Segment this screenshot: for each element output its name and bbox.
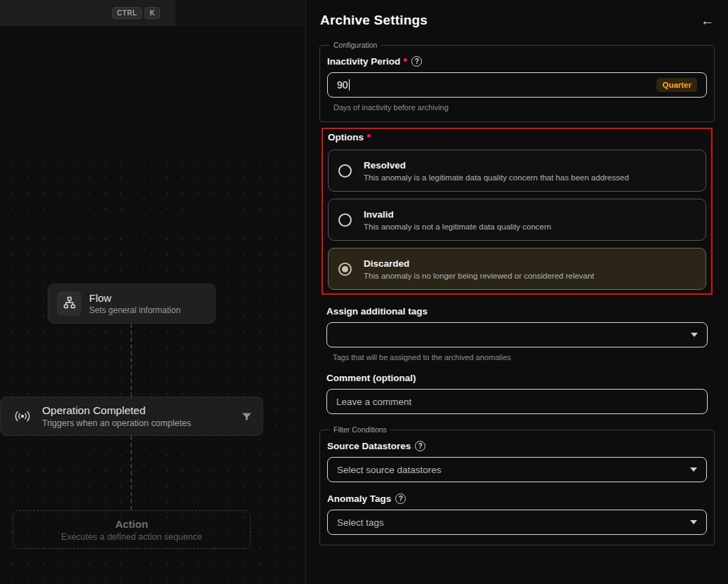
- radio-unselected-icon: [338, 164, 352, 178]
- required-dot: [404, 58, 407, 62]
- help-icon[interactable]: ?: [395, 493, 406, 504]
- action-node-title: Action: [115, 518, 148, 530]
- option-invalid[interactable]: Invalid This anomaly is not a legitimate…: [328, 199, 706, 241]
- flow-node-text: Flow Sets general information: [89, 292, 180, 315]
- inactivity-period-label-row: Inactivity Period ?: [327, 56, 707, 67]
- inactivity-period-label: Inactivity Period: [327, 56, 400, 67]
- help-icon[interactable]: ?: [411, 56, 422, 67]
- options-label-row: Options: [328, 132, 706, 142]
- options-label: Options: [328, 132, 364, 142]
- option-title: Resolved: [364, 160, 629, 171]
- filter-funnel-icon[interactable]: [241, 411, 253, 423]
- flow-node-subtitle: Sets general information: [89, 305, 180, 315]
- operation-completed-node[interactable]: Operation Completed Triggers when an ope…: [0, 397, 263, 436]
- action-node-subtitle: Executes a defined action sequence: [61, 532, 202, 542]
- source-datastores-label: Source Datastores: [327, 441, 411, 451]
- option-discarded[interactable]: Discarded This anomaly is no longer bein…: [328, 248, 706, 290]
- chevron-down-icon: [690, 520, 697, 524]
- option-text: Discarded This anomaly is no longer bein…: [364, 258, 595, 280]
- anomaly-tags-label: Anomaly Tags: [327, 493, 391, 504]
- filter-conditions-section: Filter Conditions Source Datastores ? Se…: [319, 425, 715, 545]
- source-datastores-select[interactable]: Select source datastores: [327, 457, 707, 482]
- assign-tags-label: Assign additional tags: [326, 306, 708, 317]
- page-title: Archive Settings: [320, 13, 428, 28]
- option-description: This anomaly is not a legitimate data qu…: [364, 223, 551, 231]
- configuration-section: Configuration Inactivity Period ? 90 Qua…: [319, 41, 715, 122]
- option-description: This anomaly is no longer being reviewed…: [364, 272, 595, 280]
- canvas-topbar: CTRL K: [0, 0, 305, 26]
- chevron-down-icon: [690, 467, 697, 472]
- broadcast-icon: [13, 409, 33, 424]
- source-datastores-placeholder: Select source datastores: [337, 465, 442, 475]
- search-shortcut-trigger[interactable]: CTRL K: [0, 0, 176, 25]
- operation-node-title: Operation Completed: [42, 404, 191, 417]
- text-cursor: [349, 79, 350, 91]
- flow-node-icon-box: [57, 291, 81, 316]
- comment-placeholder: Leave a comment: [336, 397, 411, 407]
- assign-tags-helper-text: Tags that will be assigned to the archiv…: [333, 353, 708, 361]
- inactivity-helper-text: Days of inactivity before archiving: [333, 103, 707, 112]
- help-icon[interactable]: ?: [415, 441, 425, 451]
- option-text: Invalid This anomaly is not a legitimate…: [364, 209, 551, 231]
- configuration-legend: Configuration: [330, 41, 380, 49]
- flow-node[interactable]: Flow Sets general information: [48, 284, 216, 324]
- red-annotation-box: Options Resolved This anomaly is a legit…: [322, 128, 713, 295]
- period-unit-badge[interactable]: Quarter: [656, 78, 697, 92]
- comment-section: Comment (optional) Leave a comment: [326, 373, 708, 414]
- chevron-down-icon: [691, 333, 698, 337]
- option-title: Invalid: [364, 209, 551, 220]
- ctrl-key-badge: CTRL: [112, 7, 143, 19]
- comment-input[interactable]: Leave a comment: [326, 389, 708, 414]
- connector-line-2: [131, 436, 132, 510]
- sitemap-icon: [62, 296, 77, 312]
- anomaly-tags-placeholder: Select tags: [337, 517, 384, 528]
- archive-settings-panel: Archive Settings ← Configuration Inactiv…: [305, 0, 728, 584]
- action-placeholder-node[interactable]: Action Executes a defined action sequenc…: [13, 510, 251, 549]
- panel-body: Configuration Inactivity Period ? 90 Qua…: [306, 34, 728, 545]
- option-text: Resolved This anomaly is a legitimate da…: [364, 160, 629, 182]
- radio-unselected-icon: [338, 213, 352, 227]
- assign-tags-select[interactable]: [326, 322, 708, 347]
- source-datastores-label-row: Source Datastores ?: [327, 441, 707, 451]
- flow-canvas[interactable]: CTRL K Flow Sets general information: [0, 0, 305, 584]
- anomaly-tags-select[interactable]: Select tags: [327, 510, 707, 535]
- option-description: This anomaly is a legitimate data qualit…: [364, 173, 629, 182]
- option-title: Discarded: [364, 258, 595, 269]
- inactivity-period-input[interactable]: 90 Quarter: [327, 72, 707, 98]
- assign-tags-section: Assign additional tags Tags that will be…: [326, 306, 708, 361]
- required-dot: [367, 134, 371, 138]
- back-arrow-icon[interactable]: ←: [701, 14, 714, 27]
- comment-label: Comment (optional): [326, 373, 708, 383]
- inactivity-period-value: 90: [337, 79, 348, 91]
- flow-node-title: Flow: [89, 292, 180, 304]
- operation-node-text: Operation Completed Triggers when an ope…: [42, 404, 191, 428]
- panel-header: Archive Settings ←: [306, 0, 728, 34]
- operation-node-subtitle: Triggers when an operation completes: [42, 418, 191, 428]
- filter-conditions-legend: Filter Conditions: [330, 425, 390, 434]
- option-resolved[interactable]: Resolved This anomaly is a legitimate da…: [328, 150, 706, 192]
- connector-line-1: [131, 324, 132, 397]
- radio-selected-icon: [338, 263, 352, 276]
- anomaly-tags-label-row: Anomaly Tags ?: [327, 493, 707, 504]
- k-key-badge: K: [145, 7, 160, 19]
